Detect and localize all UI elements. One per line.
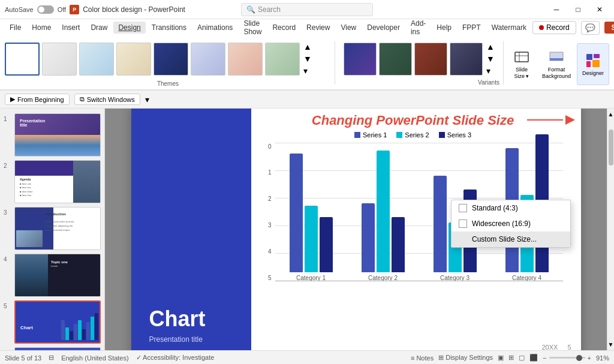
menu-developer[interactable]: Developer bbox=[362, 22, 405, 34]
slide-thumb-6[interactable] bbox=[14, 347, 101, 350]
restore-button[interactable]: □ bbox=[568, 0, 588, 19]
variants-scroll-down[interactable]: ▼ bbox=[486, 54, 495, 64]
themes-scroll-down[interactable]: ▼ bbox=[303, 54, 312, 64]
chart-arrow-annotation bbox=[527, 115, 575, 125]
menu-design[interactable]: Design bbox=[113, 22, 145, 34]
scroll-down-arrow[interactable]: ▼ bbox=[608, 341, 614, 350]
menu-fppt[interactable]: FPPT bbox=[458, 22, 486, 34]
theme-thumb-4[interactable] bbox=[116, 43, 151, 76]
slide-thumb-5[interactable]: Chart bbox=[14, 300, 101, 344]
view-normal-icon[interactable]: ▣ bbox=[498, 354, 504, 362]
zoom-slider[interactable]: − + bbox=[543, 354, 591, 362]
search-icon: 🔍 bbox=[246, 5, 255, 14]
toolbar-area: ▲ ▼ ▾ Themes ▲ ▼ ▾ Variants bbox=[0, 36, 614, 90]
theme-thumb-5[interactable] bbox=[154, 43, 188, 76]
standard-label: Standard (4:3) bbox=[472, 204, 518, 212]
record-button[interactable]: Record bbox=[532, 21, 576, 34]
menu-help[interactable]: Help bbox=[432, 22, 456, 34]
dropdown-custom[interactable]: Custom Slide Size... bbox=[452, 231, 570, 247]
menu-draw[interactable]: Draw bbox=[86, 22, 112, 34]
menu-transitions[interactable]: Transitions bbox=[147, 22, 191, 34]
dropdown-widescreen[interactable]: Widescreen (16:9) bbox=[452, 216, 570, 231]
format-background-button[interactable]: FormatBackground bbox=[537, 46, 576, 82]
menu-watermark[interactable]: Watermark bbox=[487, 22, 531, 34]
view-slide-sorter-icon[interactable]: ⊞ bbox=[508, 354, 514, 362]
record-dot-icon bbox=[539, 25, 544, 30]
variant-thumb-1[interactable] bbox=[344, 43, 377, 76]
variant-thumb-2[interactable] bbox=[379, 43, 412, 76]
menu-record[interactable]: Record bbox=[267, 22, 300, 34]
search-box[interactable]: 🔍 Search bbox=[241, 3, 373, 16]
notes-button[interactable]: ≡ Notes bbox=[411, 354, 434, 362]
dropdown-standard[interactable]: Standard (4:3) bbox=[452, 200, 570, 216]
slide-item-4[interactable]: 4 Topic oneLorem bbox=[4, 254, 101, 297]
variant-thumb-4[interactable] bbox=[450, 43, 483, 76]
svg-rect-8 bbox=[592, 60, 600, 67]
zoom-track[interactable] bbox=[549, 357, 585, 359]
accessibility[interactable]: ✓ Accessibility: Investigate bbox=[136, 354, 215, 362]
slide-thumb-3[interactable]: Introduction Lorem ipsum dolor sit amet … bbox=[14, 207, 101, 250]
view-slideshow-icon[interactable]: ⬛ bbox=[529, 354, 538, 362]
slide-item-1[interactable]: 1 Presentationtitle bbox=[4, 113, 101, 157]
category-group-2: Category 2 bbox=[347, 134, 419, 281]
menu-animations[interactable]: Animations bbox=[192, 22, 237, 34]
slide-item-2[interactable]: 2 Agenda ■ Item one■ Item two■ Item thre… bbox=[4, 160, 101, 203]
bar-cat1-s1 bbox=[290, 154, 303, 272]
share-button[interactable]: Share bbox=[604, 22, 614, 34]
close-button[interactable]: ✕ bbox=[590, 0, 609, 19]
slide-size-label: SlideSize ▾ bbox=[514, 67, 529, 80]
menu-addins[interactable]: Add-ins bbox=[406, 17, 431, 38]
menu-file[interactable]: File bbox=[5, 22, 26, 34]
from-beginning-button[interactable]: ▶ From Beginning bbox=[5, 94, 70, 105]
slide-item-5[interactable]: 5 Chart bbox=[4, 300, 101, 344]
theme-thumb-7[interactable] bbox=[228, 43, 263, 76]
variant-thumb-3[interactable] bbox=[414, 43, 447, 76]
theme-thumb-3[interactable] bbox=[79, 43, 114, 76]
slide-view: Chart Presentation title Changing PowerP… bbox=[105, 109, 607, 350]
display-settings-button[interactable]: ⊞ Display Settings bbox=[438, 354, 493, 362]
theme-thumb-6[interactable] bbox=[191, 43, 225, 76]
status-bar: Slide 5 of 13 ⊟ English (United States) … bbox=[0, 350, 614, 364]
variants-more[interactable]: ▾ bbox=[486, 66, 495, 76]
slide-thumb-2[interactable]: Agenda ■ Item one■ Item two■ Item three■… bbox=[14, 160, 101, 203]
menu-bar: File Home Insert Draw Design Transitions… bbox=[0, 19, 614, 36]
zoom-level[interactable]: 91% bbox=[596, 354, 609, 362]
autosave-toggle[interactable] bbox=[37, 5, 54, 14]
slide-item-6[interactable]: 6 bbox=[4, 347, 101, 350]
menu-slideshow[interactable]: Slide Show bbox=[239, 17, 266, 38]
menu-home[interactable]: Home bbox=[27, 22, 56, 34]
variants-scroll-up[interactable]: ▲ bbox=[486, 42, 495, 52]
themes-more[interactable]: ▾ bbox=[303, 66, 312, 76]
slide-thumb-4[interactable]: Topic oneLorem bbox=[14, 254, 101, 297]
scroll-thumb[interactable] bbox=[609, 130, 613, 166]
themes-variants-divider bbox=[335, 41, 335, 85]
widescreen-label: Widescreen (16:9) bbox=[472, 219, 531, 228]
menu-review[interactable]: Review bbox=[302, 22, 335, 34]
comment-button[interactable]: 💬 bbox=[581, 21, 600, 35]
themes-scroll-up[interactable]: ▲ bbox=[303, 42, 312, 52]
zoom-in-icon[interactable]: + bbox=[588, 354, 591, 362]
quick-access-more[interactable]: ▾ bbox=[145, 95, 149, 104]
theme-thumb-8[interactable] bbox=[265, 43, 300, 76]
right-scrollbar[interactable]: ▲ ▼ bbox=[607, 109, 614, 350]
slide-size-button[interactable]: SlideSize ▾ bbox=[507, 46, 536, 82]
slide-thumb-1[interactable]: Presentationtitle bbox=[14, 113, 101, 157]
view-reading-icon[interactable]: ▢ bbox=[519, 354, 525, 362]
menu-view[interactable]: View bbox=[336, 22, 361, 34]
minimize-button[interactable]: ─ bbox=[547, 0, 566, 19]
menu-insert[interactable]: Insert bbox=[57, 22, 85, 34]
switch-windows-button[interactable]: ⧉ Switch Windows bbox=[74, 94, 140, 105]
designer-button[interactable]: Designer bbox=[577, 43, 609, 85]
switch-windows-icon: ⧉ bbox=[80, 95, 85, 103]
bar-cat3-s1 bbox=[434, 176, 447, 272]
main-area: 1 Presentationtitle 2 Agenda ■ Item one■… bbox=[0, 109, 614, 350]
zoom-out-icon[interactable]: − bbox=[543, 354, 546, 362]
bar-cat2-s3 bbox=[392, 217, 405, 272]
zoom-thumb[interactable] bbox=[576, 355, 582, 361]
theme-thumb-1[interactable] bbox=[5, 43, 40, 76]
theme-thumb-2[interactable] bbox=[42, 43, 77, 76]
title-bar-right: ─ □ ✕ bbox=[408, 0, 609, 19]
slide-item-3[interactable]: 3 Introduction Lorem ipsum dolor sit ame… bbox=[4, 207, 101, 250]
title-bar: AutoSave Off P Color block design - Powe… bbox=[0, 0, 614, 19]
scroll-up-arrow[interactable]: ▲ bbox=[608, 109, 614, 118]
